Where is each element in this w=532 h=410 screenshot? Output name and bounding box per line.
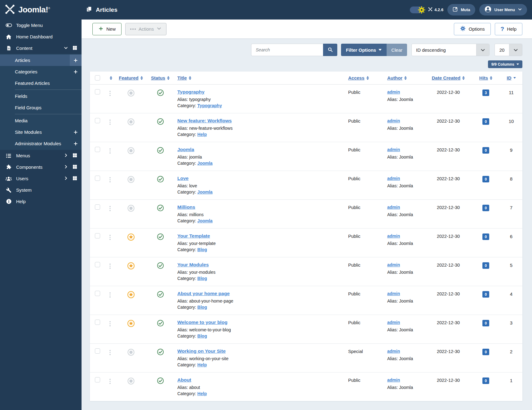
sidebar-item-articles[interactable]: Articles: [0, 55, 82, 66]
author-link[interactable]: admin: [387, 377, 400, 382]
article-title-link[interactable]: Joomla: [177, 147, 194, 152]
hits-column-header[interactable]: Hits: [479, 75, 488, 81]
sidebar-item-featured-articles[interactable]: Featured Articles: [0, 77, 82, 89]
status-published-icon[interactable]: [157, 233, 164, 242]
author-link[interactable]: admin: [387, 320, 400, 325]
drag-handle-icon[interactable]: [109, 118, 111, 125]
category-link[interactable]: Blog: [197, 305, 207, 310]
sidebar-item-users[interactable]: Users: [0, 173, 82, 184]
sidebar-item-home-dashboard[interactable]: Home Dashboard: [0, 31, 82, 42]
joomla-brand[interactable]: Joomla!®: [0, 4, 82, 16]
drag-handle-icon[interactable]: [109, 89, 111, 96]
article-title-link[interactable]: New feature: Workflows: [177, 118, 232, 123]
row-checkbox[interactable]: [95, 118, 100, 123]
status-published-icon[interactable]: [157, 320, 164, 328]
filter-options-button[interactable]: Filter Options: [341, 44, 387, 56]
category-link[interactable]: Help: [197, 362, 207, 367]
status-published-icon[interactable]: [157, 176, 164, 184]
category-link[interactable]: Help: [197, 391, 207, 396]
row-checkbox[interactable]: [95, 291, 100, 296]
columns-dropdown-button[interactable]: 9/9 Columns: [488, 60, 522, 68]
drag-handle-icon[interactable]: [109, 176, 111, 182]
access-column-header[interactable]: Access: [348, 75, 365, 81]
unfeatured-icon[interactable]: [127, 118, 135, 126]
grid-dashboard-icon[interactable]: [72, 45, 78, 51]
status-column-header[interactable]: Status: [151, 75, 165, 81]
id-column-header[interactable]: ID: [507, 75, 512, 81]
sidebar-item-media[interactable]: Media: [0, 115, 82, 126]
author-link[interactable]: admin: [387, 118, 400, 123]
search-input[interactable]: [251, 44, 323, 56]
help-button[interactable]: ? Help: [495, 23, 522, 35]
unfeatured-icon[interactable]: [127, 377, 135, 385]
row-checkbox[interactable]: [95, 348, 100, 354]
ordering-column-header[interactable]: [105, 76, 115, 80]
featured-star-icon[interactable]: [127, 320, 135, 327]
sidebar-item-menus[interactable]: Menus: [0, 150, 82, 161]
grid-dashboard-icon[interactable]: [72, 153, 78, 159]
status-published-icon[interactable]: [157, 377, 164, 386]
category-link[interactable]: Blog: [197, 247, 207, 252]
drag-handle-icon[interactable]: [109, 147, 111, 154]
author-link[interactable]: admin: [387, 291, 400, 296]
actions-button[interactable]: Actions: [125, 23, 166, 35]
drag-handle-icon[interactable]: [109, 348, 111, 355]
title-column-header[interactable]: Title: [177, 75, 187, 81]
clear-button[interactable]: Clear: [387, 44, 407, 56]
grid-dashboard-icon[interactable]: [72, 164, 78, 170]
row-checkbox[interactable]: [95, 320, 100, 325]
unfeatured-icon[interactable]: [127, 348, 135, 356]
category-link[interactable]: Joomla: [197, 218, 213, 223]
user-menu-button[interactable]: User Menu: [479, 4, 527, 15]
row-checkbox[interactable]: [95, 147, 100, 152]
sort-order-select[interactable]: ID descending: [411, 44, 490, 56]
status-published-icon[interactable]: [157, 262, 164, 270]
article-title-link[interactable]: Love: [177, 176, 188, 181]
row-checkbox[interactable]: [95, 233, 100, 238]
page-size-select[interactable]: 20: [494, 44, 522, 56]
article-title-link[interactable]: Millions: [177, 204, 195, 210]
author-link[interactable]: admin: [387, 205, 400, 210]
featured-star-icon[interactable]: [127, 262, 135, 270]
article-title-link[interactable]: Welcome to your blog: [177, 320, 228, 325]
author-link[interactable]: admin: [387, 349, 400, 354]
sidebar-item-categories[interactable]: Categories: [0, 66, 82, 77]
status-published-icon[interactable]: [157, 291, 164, 299]
status-published-icon[interactable]: [157, 147, 164, 155]
postinstall-toggle[interactable]: [410, 7, 424, 13]
drag-handle-icon[interactable]: [109, 291, 111, 298]
article-title-link[interactable]: About: [177, 377, 191, 382]
unfeatured-icon[interactable]: [127, 176, 135, 183]
status-published-icon[interactable]: [157, 118, 164, 126]
category-link[interactable]: Help: [197, 132, 207, 137]
sidebar-item-administrator-modules[interactable]: Administrator Modules: [0, 138, 82, 149]
sidebar-item-help[interactable]: Help: [0, 196, 82, 207]
article-title-link[interactable]: Typography: [177, 89, 205, 94]
options-button[interactable]: Options: [454, 23, 491, 35]
sidebar-item-fields[interactable]: Fields: [0, 90, 82, 102]
sidebar-item-site-modules[interactable]: Site Modules: [0, 126, 82, 138]
sidebar-item-components[interactable]: Components: [0, 161, 82, 173]
unfeatured-icon[interactable]: [127, 204, 135, 212]
row-checkbox[interactable]: [95, 89, 100, 94]
author-link[interactable]: admin: [387, 89, 400, 94]
drag-handle-icon[interactable]: [109, 262, 111, 269]
category-link[interactable]: Joomla: [197, 161, 213, 166]
add-article-button[interactable]: [70, 55, 82, 66]
featured-star-icon[interactable]: [127, 233, 135, 241]
featured-star-icon[interactable]: [127, 291, 135, 299]
author-column-header[interactable]: Author: [387, 75, 402, 81]
add-category-button[interactable]: [73, 69, 78, 74]
unfeatured-icon[interactable]: [127, 89, 135, 97]
drag-handle-icon[interactable]: [109, 377, 111, 384]
featured-column-header[interactable]: Featured: [119, 75, 138, 81]
row-checkbox[interactable]: [95, 204, 100, 210]
drag-handle-icon[interactable]: [109, 233, 111, 240]
sidebar-item-toggle-menu[interactable]: Toggle Menu: [0, 20, 82, 31]
select-all-checkbox[interactable]: [95, 75, 100, 81]
grid-dashboard-icon[interactable]: [72, 176, 78, 182]
status-published-icon[interactable]: [157, 89, 164, 98]
row-checkbox[interactable]: [95, 176, 100, 181]
muta-preview-button[interactable]: Muta: [447, 4, 475, 15]
drag-handle-icon[interactable]: [109, 320, 111, 326]
